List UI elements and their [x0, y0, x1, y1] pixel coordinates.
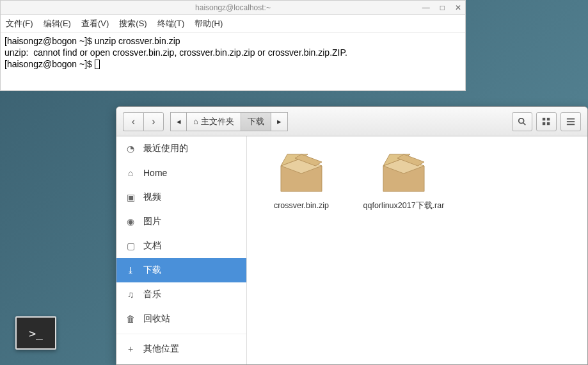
- triangle-left-icon: ◂: [177, 117, 181, 126]
- terminal-titlebar[interactable]: haisongz@localhost:~ — □ ✕: [1, 1, 465, 15]
- trash-icon: 🗑: [125, 314, 136, 324]
- hamburger-icon: [566, 117, 575, 126]
- home-icon: ⌂: [125, 168, 136, 178]
- svg-point-0: [519, 118, 524, 123]
- view-options-button[interactable]: [536, 112, 557, 131]
- svg-line-1: [523, 122, 526, 125]
- svg-rect-4: [543, 122, 545, 124]
- separator: [116, 334, 246, 334]
- menu-view[interactable]: 查看(V): [81, 18, 109, 29]
- menu-terminal[interactable]: 终端(T): [157, 18, 185, 29]
- path-home-label: 主文件夹: [201, 116, 234, 127]
- camera-icon: ◉: [125, 216, 136, 227]
- file-item[interactable]: qqforlinux2017下载.rar: [362, 149, 445, 211]
- archive-box-icon: [276, 149, 327, 194]
- search-button[interactable]: [512, 112, 532, 131]
- sidebar-item-label: 下载: [143, 264, 161, 276]
- file-manager-window: ‹ › ◂ ⌂ 主文件夹 下载 ▸ ◔最近使用的 ⌂Home ▣视频 ◉图片: [116, 106, 588, 365]
- file-label: qqforlinux2017下载.rar: [362, 200, 445, 211]
- triangle-right-icon: ▸: [277, 117, 282, 126]
- plus-icon: +: [125, 344, 136, 354]
- path-prev-button[interactable]: ◂: [170, 112, 187, 131]
- file-manager-toolbar: ‹ › ◂ ⌂ 主文件夹 下载 ▸: [116, 107, 587, 136]
- svg-rect-6: [567, 118, 575, 119]
- sidebar-item-label: 视频: [143, 191, 161, 203]
- document-icon: ▢: [125, 241, 136, 251]
- sidebar-item-documents[interactable]: ▢文档: [116, 234, 246, 258]
- path-current-label: 下载: [248, 116, 264, 127]
- chevron-right-icon: ›: [152, 116, 155, 127]
- menu-file[interactable]: 文件(F): [6, 18, 33, 29]
- sidebar-item-other-locations[interactable]: +其他位置: [116, 337, 246, 361]
- sidebar-item-recent[interactable]: ◔最近使用的: [116, 136, 246, 161]
- sidebar-item-music[interactable]: ♫音乐: [116, 282, 246, 307]
- terminal-launcher[interactable]: >_: [15, 316, 56, 350]
- sidebar-item-label: 文档: [143, 240, 161, 252]
- svg-rect-8: [567, 124, 575, 125]
- terminal-menubar: 文件(F) 编辑(E) 查看(V) 搜索(S) 终端(T) 帮助(H): [1, 15, 465, 33]
- nav-forward-button[interactable]: ›: [143, 112, 164, 131]
- term-line: [haisongz@bogon ~]$: [4, 59, 95, 69]
- path-next-button[interactable]: ▸: [271, 112, 288, 131]
- sidebar-item-label: 其他位置: [143, 343, 179, 355]
- grid-icon: [542, 117, 551, 126]
- sidebar-item-downloads[interactable]: ⤓下载: [116, 258, 246, 282]
- file-grid[interactable]: crossver.bin.zip qqforlinux2017下载.rar: [247, 136, 587, 364]
- home-icon: ⌂: [193, 117, 198, 126]
- sidebar-item-home[interactable]: ⌂Home: [116, 161, 246, 185]
- svg-rect-7: [567, 121, 575, 122]
- breadcrumb: ◂ ⌂ 主文件夹 下载 ▸: [170, 112, 288, 131]
- sidebar-item-label: 回收站: [143, 313, 170, 325]
- sidebar-item-label: Home: [143, 168, 167, 178]
- svg-rect-5: [547, 122, 550, 124]
- sidebar-item-label: 最近使用的: [143, 143, 188, 154]
- download-icon: ⤓: [125, 265, 136, 275]
- term-line: [haisongz@bogon ~]$ unzip crossver.bin.z…: [4, 36, 180, 46]
- file-item[interactable]: crossver.bin.zip: [260, 149, 343, 211]
- sidebar-item-trash[interactable]: 🗑回收站: [116, 307, 246, 331]
- terminal-output[interactable]: [haisongz@bogon ~]$ unzip crossver.bin.z…: [1, 33, 465, 90]
- sidebar-item-pictures[interactable]: ◉图片: [116, 209, 246, 234]
- archive-box-icon: [378, 149, 429, 194]
- file-label: crossver.bin.zip: [260, 200, 343, 211]
- chevron-left-icon: ‹: [132, 116, 135, 127]
- path-current[interactable]: 下载: [241, 112, 271, 131]
- terminal-icon: >_: [29, 327, 43, 340]
- svg-rect-2: [543, 117, 545, 120]
- cursor-icon: [95, 60, 100, 69]
- path-home[interactable]: ⌂ 主文件夹: [187, 112, 241, 131]
- search-icon: [518, 117, 527, 126]
- menu-button[interactable]: [560, 112, 581, 131]
- close-button[interactable]: ✕: [455, 1, 461, 15]
- clock-icon: ◔: [125, 143, 136, 154]
- maximize-button[interactable]: □: [440, 1, 445, 15]
- menu-edit[interactable]: 编辑(E): [44, 18, 71, 29]
- video-icon: ▣: [125, 192, 136, 202]
- music-icon: ♫: [125, 289, 136, 300]
- sidebar: ◔最近使用的 ⌂Home ▣视频 ◉图片 ▢文档 ⤓下载 ♫音乐 🗑回收站 +其…: [116, 136, 247, 364]
- svg-rect-3: [547, 117, 550, 120]
- sidebar-item-label: 音乐: [143, 289, 161, 300]
- terminal-title-text: haisongz@localhost:~: [195, 3, 271, 12]
- dock: >_: [15, 316, 56, 350]
- nav-back-button[interactable]: ‹: [123, 112, 143, 131]
- menu-search[interactable]: 搜索(S): [119, 18, 147, 29]
- minimize-button[interactable]: —: [422, 1, 430, 15]
- term-line: unzip: cannot find or open crossver.bin.…: [4, 47, 347, 58]
- sidebar-item-label: 图片: [143, 216, 161, 227]
- sidebar-item-videos[interactable]: ▣视频: [116, 185, 246, 209]
- menu-help[interactable]: 帮助(H): [195, 18, 223, 29]
- terminal-window: haisongz@localhost:~ — □ ✕ 文件(F) 编辑(E) 查…: [0, 0, 466, 91]
